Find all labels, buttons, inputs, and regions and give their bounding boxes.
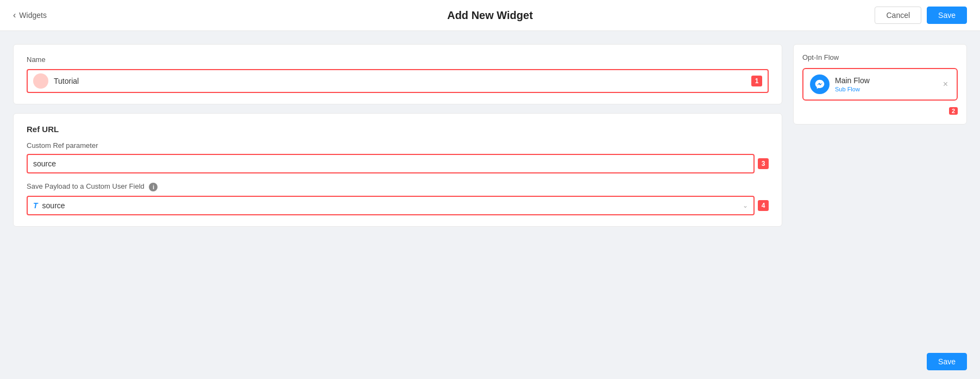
opt-in-title: Opt-In Flow: [802, 53, 958, 61]
footer: Save: [914, 344, 980, 379]
left-panel: Name 1 Ref URL Custom Ref parameter 3 Sa…: [13, 44, 782, 227]
custom-ref-input[interactable]: [27, 154, 755, 173]
cancel-button[interactable]: Cancel: [875, 7, 921, 24]
save-button-footer[interactable]: Save: [927, 353, 967, 370]
main-content: Name 1 Ref URL Custom Ref parameter 3 Sa…: [0, 31, 980, 240]
header: ‹ Widgets Add New Widget Cancel Save: [0, 0, 980, 31]
flow-messenger-icon: [810, 74, 830, 94]
messenger-svg: [814, 79, 825, 90]
flow-close-button[interactable]: ×: [941, 78, 950, 90]
custom-ref-group: Custom Ref parameter 3: [27, 141, 769, 173]
annotation-1: 1: [751, 76, 762, 86]
chevron-down-icon: ⌄: [743, 202, 748, 209]
ref-url-title: Ref URL: [27, 125, 769, 134]
annotation-2: 2: [949, 107, 958, 115]
annotation-4: 4: [758, 200, 769, 211]
name-input[interactable]: [54, 77, 748, 85]
back-chevron-icon: ‹: [13, 11, 16, 20]
custom-ref-label: Custom Ref parameter: [27, 141, 769, 150]
payload-select[interactable]: T source ⌄: [27, 196, 755, 215]
save-button-header[interactable]: Save: [927, 7, 967, 24]
info-icon[interactable]: i: [149, 183, 158, 191]
flow-sub-label: Sub Flow: [835, 86, 941, 92]
back-link[interactable]: ‹ Widgets: [13, 11, 47, 20]
name-avatar-icon: [33, 73, 48, 89]
flow-item: Main Flow Sub Flow ×: [802, 68, 958, 101]
right-panel: Opt-In Flow Main Flow Sub Flow × 2: [793, 44, 967, 227]
flow-info: Main Flow Sub Flow: [835, 76, 941, 92]
opt-in-card: Opt-In Flow Main Flow Sub Flow × 2: [793, 44, 967, 125]
back-label: Widgets: [19, 11, 47, 20]
name-card: Name 1: [13, 44, 782, 104]
name-label: Name: [27, 55, 769, 64]
header-actions: Cancel Save: [875, 7, 967, 24]
ref-url-card: Ref URL Custom Ref parameter 3 Save Payl…: [13, 113, 782, 227]
payload-label: Save Payload to a Custom User Field i: [27, 182, 769, 191]
payload-group: Save Payload to a Custom User Field i T …: [27, 182, 769, 215]
name-input-wrapper: 1: [27, 69, 769, 93]
text-type-icon: T: [33, 201, 38, 210]
payload-select-value: source: [42, 201, 743, 210]
flow-name: Main Flow: [835, 76, 941, 85]
annotation-3: 3: [758, 158, 769, 169]
page-title: Add New Widget: [447, 9, 533, 22]
